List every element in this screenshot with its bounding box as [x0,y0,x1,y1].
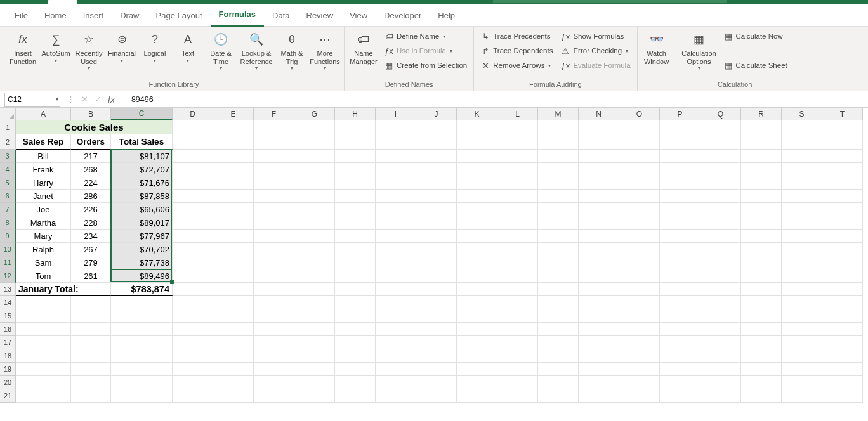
cell[interactable] [741,120,782,134]
cell[interactable] [822,349,863,363]
cell[interactable] [538,349,579,363]
cell[interactable] [579,309,619,323]
tab-file[interactable]: File [6,4,36,27]
cell[interactable] [457,349,497,363]
cell[interactable] [294,134,335,150]
cell[interactable] [782,269,822,283]
cell[interactable] [497,336,538,349]
cell[interactable] [700,203,741,216]
cell[interactable]: Martha [16,216,71,230]
cell[interactable] [71,363,111,376]
autosum-button[interactable]: ∑AutoSum▾ [41,29,71,65]
col-header-R[interactable]: R [741,108,782,120]
cell[interactable] [782,309,822,323]
cell[interactable] [538,203,579,216]
cell[interactable] [741,163,782,176]
col-header-O[interactable]: O [619,108,660,120]
cell[interactable] [660,176,700,190]
cell[interactable] [457,176,497,190]
cell[interactable] [782,190,822,203]
cell[interactable] [497,176,538,190]
cell[interactable]: $77,738 [111,256,173,269]
cell[interactable] [538,190,579,203]
watch-window-button[interactable]: 👓Watch Window [641,29,672,67]
cell[interactable] [782,349,822,363]
cell[interactable] [416,309,457,323]
cell[interactable] [579,190,619,203]
cell[interactable] [335,349,376,363]
tab-data[interactable]: Data [264,4,298,27]
cell[interactable] [416,190,457,203]
row-header-15[interactable]: 15 [0,309,16,323]
cell[interactable] [660,230,700,243]
cell[interactable] [579,120,619,134]
cell[interactable] [579,230,619,243]
cell[interactable] [741,336,782,349]
cell[interactable] [294,349,335,363]
col-header-H[interactable]: H [335,108,376,120]
cell[interactable] [497,349,538,363]
cell[interactable] [579,176,619,190]
cell[interactable]: Janet [16,190,71,203]
cell[interactable] [782,256,822,269]
cell[interactable] [457,203,497,216]
cell[interactable] [416,349,457,363]
cell[interactable] [822,230,863,243]
row-header-13[interactable]: 13 [0,283,16,296]
cell[interactable] [782,134,822,150]
cell[interactable] [660,309,700,323]
cell[interactable] [782,296,822,309]
cell[interactable] [700,230,741,243]
cell[interactable] [782,163,822,176]
row-header-3[interactable]: 3 [0,150,16,163]
cell[interactable] [741,269,782,283]
fx-icon[interactable]: fx [108,94,115,105]
cell[interactable] [173,256,213,269]
cell[interactable] [254,256,294,269]
date-time-button[interactable]: 🕒Date & Time▾ [206,29,236,72]
cell[interactable] [619,120,660,134]
cell[interactable] [660,243,700,256]
cell[interactable] [660,283,700,296]
cell[interactable] [497,134,538,150]
cell[interactable] [457,120,497,134]
cell[interactable] [254,309,294,323]
cell[interactable] [376,323,416,336]
cell[interactable] [822,363,863,376]
cell[interactable]: $87,858 [111,190,173,203]
cell[interactable] [497,389,538,403]
cell[interactable] [173,190,213,203]
cell[interactable] [294,309,335,323]
cell[interactable] [294,190,335,203]
cell[interactable] [416,176,457,190]
cell[interactable]: $65,606 [111,203,173,216]
cell[interactable] [254,283,294,296]
cell[interactable] [335,176,376,190]
cell[interactable] [700,243,741,256]
cells-area[interactable]: Cookie SalesSales RepOrdersTotal SalesBi… [16,120,863,403]
cell[interactable] [71,376,111,389]
cell[interactable] [579,203,619,216]
cell[interactable] [457,163,497,176]
cell[interactable] [457,283,497,296]
cell[interactable] [213,190,254,203]
cell[interactable] [16,323,71,336]
cell[interactable] [619,134,660,150]
cell[interactable]: 286 [71,190,111,203]
cell[interactable] [254,176,294,190]
define-name-button[interactable]: 🏷Define Name▾ [381,29,470,43]
cell[interactable] [416,120,457,134]
cell[interactable] [254,120,294,134]
cell[interactable] [822,296,863,309]
row-header-18[interactable]: 18 [0,349,16,363]
lookup-button[interactable]: 🔍Lookup & Reference▾ [239,29,274,72]
tab-draw[interactable]: Draw [112,4,147,27]
cell[interactable] [619,150,660,163]
cell[interactable] [71,323,111,336]
cell[interactable] [619,216,660,230]
cell[interactable] [376,203,416,216]
cell[interactable]: $70,702 [111,243,173,256]
cell[interactable] [254,363,294,376]
cell[interactable] [782,203,822,216]
total-label[interactable]: January Total: [16,283,111,296]
